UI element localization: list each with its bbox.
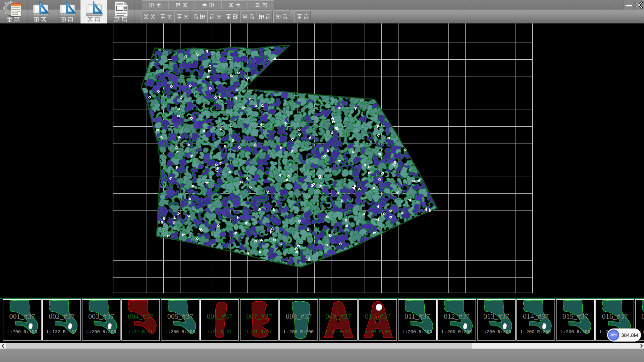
svg-text:016_#37: 016_#37	[602, 312, 628, 320]
svg-text:L:200 R:200: L:200 R:200	[165, 329, 195, 335]
svg-text:L:32 R:31: L:32 R:31	[326, 329, 351, 335]
svg-text:003_#37: 003_#37	[88, 312, 114, 320]
svg-text:017_#37: 017_#37	[641, 312, 644, 320]
svg-text:L:700 R:700: L:700 R:700	[7, 329, 37, 335]
svg-text:004_#37: 004_#37	[128, 312, 154, 320]
svg-text:L:200 R:200: L:200 R:200	[442, 329, 472, 335]
svg-text:L:200 R:200: L:200 R:200	[560, 329, 590, 335]
svg-text:L:31 R:31: L:31 R:31	[247, 329, 271, 335]
svg-text:L:200 R:200: L:200 R:200	[481, 329, 511, 335]
svg-text:L:200 R:200: L:200 R:200	[284, 329, 314, 335]
svg-text:L:31 R:31: L:31 R:31	[128, 329, 153, 335]
svg-text:001_#37: 001_#37	[9, 312, 35, 320]
svg-text:005_#37: 005_#37	[167, 312, 193, 320]
svg-text:011_#37: 011_#37	[405, 312, 430, 320]
svg-text:006_#37: 006_#37	[207, 312, 233, 320]
svg-text:014_#37: 014_#37	[523, 312, 549, 320]
svg-text:007_#37: 007_#37	[246, 312, 272, 320]
svg-text:L:200 R:200: L:200 R:200	[86, 329, 116, 335]
svg-text:009_#37: 009_#37	[325, 312, 351, 320]
svg-text:015_#37: 015_#37	[562, 312, 588, 320]
svg-text:008_#37: 008_#37	[286, 312, 312, 320]
svg-text:L:132 R:132: L:132 R:132	[47, 329, 76, 335]
svg-text:010_#37: 010_#37	[365, 312, 391, 320]
svg-text:012_#37: 012_#37	[444, 312, 470, 320]
svg-text:L:21 R:21: L:21 R:21	[208, 329, 232, 335]
svg-text:013_#37: 013_#37	[483, 312, 509, 320]
svg-text:002_#37: 002_#37	[49, 312, 74, 320]
svg-text:L:33 R:33: L:33 R:33	[366, 329, 390, 335]
svg-text:L:200 R:200: L:200 R:200	[402, 329, 432, 335]
svg-text:L:200 R:200: L:200 R:200	[521, 329, 551, 335]
